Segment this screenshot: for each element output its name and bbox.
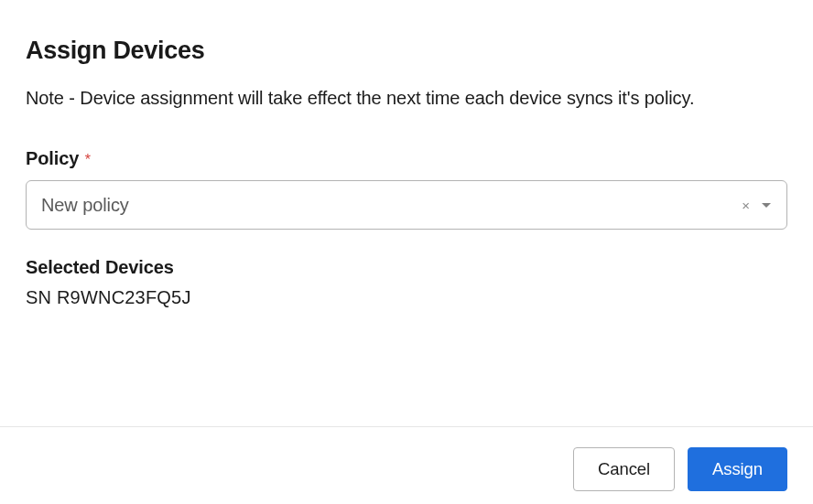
chevron-down-icon[interactable]: [761, 202, 772, 209]
policy-field-group: Policy * New policy ×: [26, 148, 787, 230]
policy-select[interactable]: New policy ×: [26, 180, 787, 230]
dialog-footer: Cancel Assign: [0, 426, 813, 505]
selected-devices-section: Selected Devices SN R9WNC23FQ5J: [26, 257, 787, 308]
selected-device-item: SN R9WNC23FQ5J: [26, 287, 787, 308]
policy-label: Policy: [26, 148, 79, 169]
dialog-title: Assign Devices: [26, 37, 787, 65]
cancel-button[interactable]: Cancel: [573, 447, 675, 492]
assign-button[interactable]: Assign: [688, 447, 787, 492]
select-controls: ×: [740, 197, 772, 214]
assign-devices-dialog: Assign Devices Note - Device assignment …: [0, 0, 813, 308]
clear-selection-icon[interactable]: ×: [740, 197, 752, 214]
dialog-note: Note - Device assignment will take effec…: [26, 81, 787, 115]
selected-devices-label: Selected Devices: [26, 257, 787, 278]
policy-selected-value: New policy: [41, 195, 740, 216]
required-indicator: *: [85, 152, 91, 167]
